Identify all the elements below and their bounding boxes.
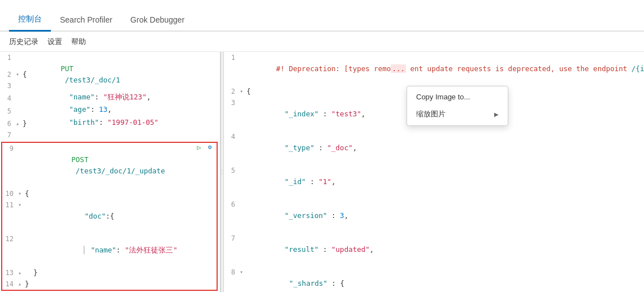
output-line-content-4: "_type" : "_doc", xyxy=(240,131,644,165)
code-editor: 1 PUT /test3/_doc/1 2 ▾ { 3 "name": "狂神说… xyxy=(0,52,220,292)
fold-btn-10[interactable]: ▾ xyxy=(18,188,23,199)
line-content-13: } xyxy=(23,267,217,278)
output-line-num-5: 5 xyxy=(224,165,240,176)
line-num-2: 2 xyxy=(0,69,16,80)
line-num-9: 9 xyxy=(2,143,18,154)
output-line-content-1: #! Deprecation: [types remo... ent updat… xyxy=(240,52,644,86)
toolbar-help[interactable]: 帮助 xyxy=(71,37,86,47)
code-line-3: 3 "name": "狂神说123", xyxy=(0,80,220,93)
line-num-7: 7 xyxy=(0,129,16,141)
code-line-4: 4 "age": 13, xyxy=(0,93,220,105)
fold-btn-11[interactable]: ▾ xyxy=(18,199,23,211)
toolbar-history[interactable]: 历史记录 xyxy=(9,37,38,47)
wrench-button[interactable]: ⚙ xyxy=(205,143,214,152)
output-line-5: 5 "_id" : "1", xyxy=(224,165,644,199)
output-fold-2[interactable]: ▾ xyxy=(240,86,244,97)
output-line-7: 7 "result" : "updated", xyxy=(224,233,644,267)
line-content-12: │ "name": "法外狂徒张三" xyxy=(18,233,217,267)
output-line-content-5: "_id" : "1", xyxy=(240,165,644,199)
code-line-11: 11 ▾ "doc":{ xyxy=(2,199,217,233)
line-num-5: 5 xyxy=(0,106,16,117)
code-line-12: 12 │ "name": "法外狂徒张三" xyxy=(2,233,217,267)
context-menu-copy-image[interactable]: Copy Image to... xyxy=(407,89,508,105)
run-button[interactable]: ▷ xyxy=(195,143,204,152)
top-navigation: 控制台 Search Profiler Grok Debugger xyxy=(0,0,644,32)
line-content-7 xyxy=(16,129,220,141)
code-line-10: 10 ▾ { xyxy=(2,188,217,199)
tab-console[interactable]: 控制台 xyxy=(9,8,51,32)
line-content-6: } xyxy=(20,118,220,129)
code-line-9: 9 POST /test3/_doc/1/_update ▷ ⚙ xyxy=(2,143,217,188)
code-line-6: 6 ▴ } xyxy=(0,118,220,129)
line-num-13: 13 xyxy=(2,267,18,278)
line-content-10: { xyxy=(23,188,217,199)
output-line-num-7: 7 xyxy=(224,233,240,244)
output-line-num-1: 1 xyxy=(224,52,240,63)
left-editor-panel[interactable]: 1 PUT /test3/_doc/1 2 ▾ { 3 "name": "狂神说… xyxy=(0,52,221,292)
main-area: 1 PUT /test3/_doc/1 2 ▾ { 3 "name": "狂神说… xyxy=(0,52,644,292)
toolbar: 历史记录 设置 帮助 xyxy=(0,32,644,52)
line-num-4: 4 xyxy=(0,93,16,104)
line-num-1: 1 xyxy=(0,52,16,63)
code-line-5: 5 "birth": "1997-01-05" xyxy=(0,106,220,118)
output-line-content-7: "result" : "updated", xyxy=(240,233,644,267)
context-menu-zoom-image[interactable]: 缩放图片 ▶ xyxy=(407,105,508,123)
submenu-arrow: ▶ xyxy=(494,111,499,117)
output-line-num-4: 4 xyxy=(224,131,240,142)
line-content-2: { xyxy=(20,69,220,80)
line-content-9: POST /test3/_doc/1/_update xyxy=(18,143,195,188)
output-line-num-6: 6 xyxy=(224,199,240,210)
line-content-11: "doc":{ xyxy=(23,199,217,233)
output-line-8: 8 ▾ "_shards" : { xyxy=(224,267,644,292)
toolbar-settings[interactable]: 设置 xyxy=(47,37,62,47)
output-line-num-3: 3 xyxy=(224,97,240,108)
line-num-12: 12 xyxy=(2,233,18,245)
line-num-6: 6 xyxy=(0,118,16,129)
output-fold-8[interactable]: ▾ xyxy=(240,267,244,278)
output-line-content-6: "_version" : 3, xyxy=(240,199,644,233)
output-line-6: 6 "_version" : 3, xyxy=(224,199,644,233)
line-num-10: 10 xyxy=(2,188,18,199)
code-line-1: 1 PUT /test3/_doc/1 xyxy=(0,52,220,69)
code-line-13: 13 ▴ } xyxy=(2,267,217,278)
output-line-1: 1 #! Deprecation: [types remo... ent upd… xyxy=(224,52,644,86)
fold-btn-6[interactable]: ▴ xyxy=(16,118,20,129)
output-line-num-8: 8 xyxy=(224,267,240,278)
line-num-11: 11 xyxy=(2,199,18,211)
block-actions: ▷ ⚙ xyxy=(195,143,217,152)
fold-btn-2[interactable]: ▾ xyxy=(16,69,20,80)
fold-btn-13[interactable]: ▴ xyxy=(18,267,23,278)
line-num-3: 3 xyxy=(0,80,16,91)
output-line-content-8: "_shards" : { xyxy=(244,267,644,292)
highlighted-block: 9 POST /test3/_doc/1/_update ▷ ⚙ 10 ▾ { xyxy=(1,142,218,291)
code-line-14: 14 ▴ } xyxy=(2,278,217,290)
code-line-7: 7 xyxy=(0,129,220,141)
output-line-4: 4 "_type" : "_doc", xyxy=(224,131,644,165)
line-num-14: 14 xyxy=(2,278,18,290)
output-line-num-2: 2 xyxy=(224,86,240,97)
tab-search-profiler[interactable]: Search Profiler xyxy=(51,10,122,32)
fold-btn-14[interactable]: ▴ xyxy=(18,278,23,290)
line-content-14: } xyxy=(23,278,217,290)
context-menu: Copy Image to... 缩放图片 ▶ xyxy=(407,86,508,126)
code-line-2: 2 ▾ { xyxy=(0,69,220,80)
tab-grok-debugger[interactable]: Grok Debugger xyxy=(122,10,194,32)
